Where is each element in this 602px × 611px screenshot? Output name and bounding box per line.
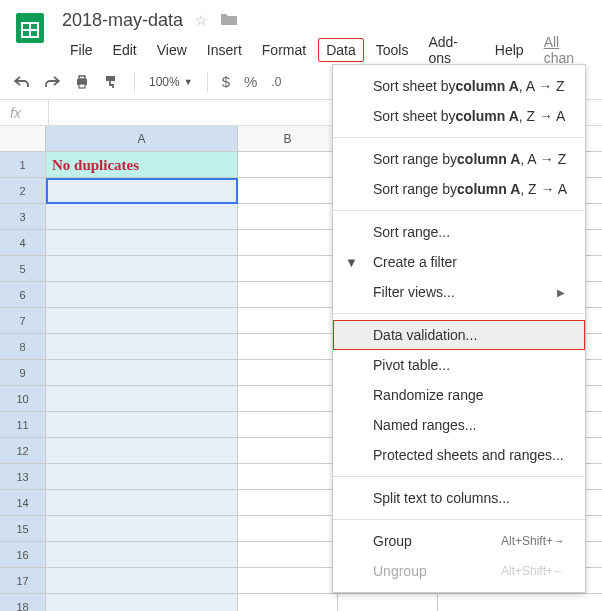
menu-edit[interactable]: Edit	[105, 38, 145, 62]
undo-icon[interactable]	[14, 75, 30, 89]
cell[interactable]	[46, 308, 238, 333]
row-header[interactable]: 2	[0, 178, 46, 203]
row-header[interactable]: 7	[0, 308, 46, 333]
cell[interactable]	[46, 386, 238, 411]
cell[interactable]	[238, 516, 338, 541]
cell[interactable]	[238, 386, 338, 411]
col-header-B[interactable]: B	[238, 126, 338, 151]
cell[interactable]: No duplicates	[46, 152, 238, 177]
cell[interactable]	[46, 594, 238, 611]
row-header[interactable]: 6	[0, 282, 46, 307]
cell[interactable]	[46, 204, 238, 229]
shortcut-label: Alt+Shift+←	[501, 564, 565, 578]
row-header[interactable]: 4	[0, 230, 46, 255]
svg-rect-6	[79, 84, 85, 88]
cell[interactable]	[46, 516, 238, 541]
row-header[interactable]: 13	[0, 464, 46, 489]
row-header[interactable]: 17	[0, 568, 46, 593]
menu-split-text[interactable]: Split text to columns...	[333, 483, 585, 513]
menu-view[interactable]: View	[149, 38, 195, 62]
menu-file[interactable]: File	[62, 38, 101, 62]
menu-create-filter[interactable]: ▼Create a filter	[333, 247, 585, 277]
cell[interactable]	[238, 464, 338, 489]
cell[interactable]	[238, 256, 338, 281]
row-header[interactable]: 11	[0, 412, 46, 437]
cell[interactable]	[238, 542, 338, 567]
doc-title[interactable]: 2018-may-data	[62, 10, 183, 31]
row-header[interactable]: 3	[0, 204, 46, 229]
sheets-logo[interactable]	[10, 8, 50, 48]
menu-group[interactable]: GroupAlt+Shift+→	[333, 526, 585, 556]
format-currency[interactable]: $	[222, 73, 230, 90]
cell-value: No duplicates	[46, 157, 139, 173]
select-all-corner[interactable]	[0, 126, 46, 151]
cell[interactable]	[46, 542, 238, 567]
cell[interactable]	[238, 282, 338, 307]
row-header[interactable]: 16	[0, 542, 46, 567]
paint-format-icon[interactable]	[104, 74, 120, 90]
menu-randomize[interactable]: Randomize range	[333, 380, 585, 410]
row-header[interactable]: 18	[0, 594, 46, 611]
star-icon[interactable]: ☆	[195, 12, 208, 28]
row-header[interactable]: 12	[0, 438, 46, 463]
cell[interactable]	[46, 464, 238, 489]
cell[interactable]	[238, 230, 338, 255]
cell[interactable]	[46, 438, 238, 463]
cell[interactable]	[46, 334, 238, 359]
cell[interactable]	[238, 360, 338, 385]
shortcut-label: Alt+Shift+→	[501, 534, 565, 548]
menu-help[interactable]: Help	[487, 38, 532, 62]
menu-named-ranges[interactable]: Named ranges...	[333, 410, 585, 440]
menu-separator	[333, 476, 585, 477]
data-menu-dropdown: Sort sheet by column A, A → Z Sort sheet…	[332, 64, 586, 593]
format-decimal[interactable]: .0	[271, 75, 281, 89]
cell[interactable]	[238, 412, 338, 437]
col-header-A[interactable]: A	[46, 126, 238, 151]
menu-tools[interactable]: Tools	[368, 38, 417, 62]
row-header[interactable]: 9	[0, 360, 46, 385]
row-header[interactable]: 1	[0, 152, 46, 177]
zoom-select[interactable]: 100% ▼	[149, 75, 193, 89]
cell[interactable]	[238, 490, 338, 515]
cell[interactable]	[46, 178, 238, 203]
menu-sort-range[interactable]: Sort range...	[333, 217, 585, 247]
cell[interactable]	[238, 594, 338, 611]
cell[interactable]	[238, 204, 338, 229]
cell[interactable]	[238, 308, 338, 333]
cell[interactable]	[46, 490, 238, 515]
zoom-value: 100%	[149, 75, 180, 89]
row-header[interactable]: 15	[0, 516, 46, 541]
redo-icon[interactable]	[44, 75, 60, 89]
cell[interactable]	[46, 360, 238, 385]
cell[interactable]	[46, 568, 238, 593]
row-header[interactable]: 5	[0, 256, 46, 281]
menu-insert[interactable]: Insert	[199, 38, 250, 62]
menu-sort-range-za[interactable]: Sort range by column A, Z → A	[333, 174, 585, 204]
format-percent[interactable]: %	[244, 73, 257, 90]
menu-sort-range-az[interactable]: Sort range by column A, A → Z	[333, 144, 585, 174]
cell[interactable]	[238, 438, 338, 463]
row-header[interactable]: 14	[0, 490, 46, 515]
cell[interactable]	[238, 334, 338, 359]
cell[interactable]	[238, 152, 338, 177]
print-icon[interactable]	[74, 74, 90, 90]
cell[interactable]	[338, 594, 438, 611]
menu-sort-sheet-az[interactable]: Sort sheet by column A, A → Z	[333, 71, 585, 101]
menu-pivot-table[interactable]: Pivot table...	[333, 350, 585, 380]
cell[interactable]	[46, 282, 238, 307]
menu-data-validation[interactable]: Data validation...	[333, 320, 585, 350]
menu-filter-views[interactable]: Filter views...▶	[333, 277, 585, 307]
row-header[interactable]: 8	[0, 334, 46, 359]
cell[interactable]	[238, 178, 338, 203]
cell[interactable]	[46, 412, 238, 437]
menu-sort-sheet-za[interactable]: Sort sheet by column A, Z → A	[333, 101, 585, 131]
row-header[interactable]: 10	[0, 386, 46, 411]
svg-rect-7	[106, 76, 115, 81]
cell[interactable]	[238, 568, 338, 593]
folder-icon[interactable]	[220, 11, 238, 30]
menu-protected[interactable]: Protected sheets and ranges...	[333, 440, 585, 470]
menu-format[interactable]: Format	[254, 38, 314, 62]
menu-data[interactable]: Data	[318, 38, 364, 62]
cell[interactable]	[46, 256, 238, 281]
cell[interactable]	[46, 230, 238, 255]
